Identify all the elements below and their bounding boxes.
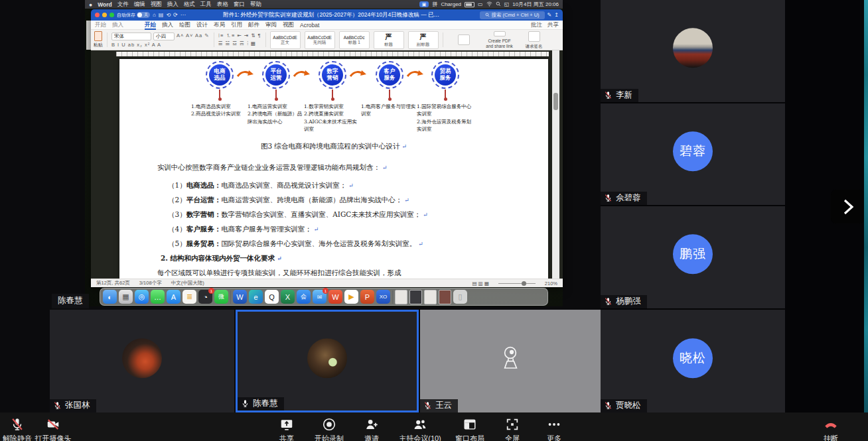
minimized-window-thumbnail[interactable] (409, 290, 422, 304)
menubar-item-help[interactable]: 帮助 (250, 1, 261, 9)
clock-app-icon[interactable]: ◔1 (198, 290, 212, 304)
xo-app-icon[interactable]: XO (376, 290, 390, 304)
mail-icon[interactable]: ✉1 (313, 290, 326, 304)
more-commands-icon[interactable]: ⋯ (181, 12, 186, 18)
wechat-icon[interactable]: 微 (214, 290, 228, 304)
minimized-window-thumbnail[interactable] (395, 290, 407, 304)
next-page-button[interactable] (831, 190, 865, 223)
close-window-button[interactable] (95, 13, 100, 17)
list-icons-row[interactable]: ⁝≡ ⒈≡ ⇤ ⇥ ⇅ ¶ (218, 32, 261, 39)
zoom-window-button[interactable] (109, 13, 114, 17)
menubar-item-insert[interactable]: 插入 (167, 1, 179, 9)
media-app-icon[interactable]: ▶ (344, 290, 358, 304)
tencent-meeting-icon[interactable]: 会 (297, 290, 311, 304)
video-tile-yangpengqiang[interactable]: 鹏强 杨鹏强 (601, 206, 785, 308)
style-pane-button[interactable] (447, 31, 480, 48)
tab-insert[interactable]: 插入 (162, 21, 173, 29)
powerpoint-icon[interactable]: P (360, 290, 374, 304)
comments-button[interactable]: 批注 (531, 21, 542, 29)
menubar-clock[interactable]: 10月4日 周五 20:06 (512, 1, 559, 8)
control-center-icon[interactable]: ◱ (504, 1, 510, 7)
excel-icon[interactable]: X (281, 290, 295, 304)
manage-participants-button[interactable]: 主持会议(10) (390, 417, 450, 441)
autosave-toggle[interactable]: 关 (137, 12, 150, 18)
minimize-window-button[interactable] (102, 13, 107, 17)
zoom-slider[interactable] (498, 283, 536, 284)
display-icon[interactable]: ▭ (478, 1, 483, 7)
tab-draw[interactable]: 绘图 (179, 21, 190, 29)
video-tile-chenchunhui[interactable]: 陈春慧 (236, 310, 419, 412)
language-indicator[interactable]: 中文(中国大陆) (171, 280, 204, 286)
trash-icon[interactable]: ▯ (453, 290, 467, 304)
scrollbar-thumb[interactable] (553, 93, 558, 110)
screen-share-indicator-icon[interactable]: ▣ (419, 1, 429, 7)
spotlight-search-icon[interactable] (496, 1, 501, 8)
align-icons-row[interactable]: ☰ ☱ ☲ ☴ ⫶ ▦ (218, 40, 261, 47)
save-icon[interactable]: ▤ (159, 12, 164, 18)
share-doc-icon[interactable]: ↥ (554, 12, 559, 18)
qq-icon[interactable]: Q (265, 290, 279, 304)
safari-icon[interactable]: ◎ (135, 290, 149, 304)
video-tile-zhangguolin[interactable]: 张国林 (50, 310, 234, 412)
tab-view[interactable]: 视图 (283, 21, 294, 29)
request-signatures-button[interactable]: 请求签名 (519, 31, 549, 48)
document-scrollbar[interactable] (552, 50, 559, 279)
font-tools-icons[interactable]: A˄ A˅ Aa ✎ (177, 32, 210, 40)
menubar-item-edit[interactable]: 编辑 (134, 1, 145, 9)
font-size-select[interactable]: 小四 (153, 32, 175, 40)
apple-menu-icon[interactable]: ● (89, 1, 92, 8)
messages-icon[interactable]: … (151, 290, 165, 304)
undo-icon[interactable]: ⟲ (166, 12, 171, 18)
style-heading1[interactable]: AaBbCcDc 标题 1 (339, 31, 370, 49)
minimized-window-thumbnail[interactable] (424, 290, 437, 304)
pen-icon[interactable]: ✎ (547, 12, 552, 18)
word-search-box[interactable]: 搜索 (Cmd + Ctrl + U) (480, 11, 545, 19)
video-tile-lixin[interactable]: 李新 (601, 0, 785, 102)
word-count[interactable]: 3/108个字 (139, 280, 162, 286)
hangup-button[interactable]: 挂断 (804, 417, 857, 441)
tab-acrobat[interactable]: Acrobat (300, 22, 319, 29)
input-method-icon[interactable]: 拼 (432, 1, 437, 8)
menubar-item-format[interactable]: 格式 (184, 1, 195, 9)
tab-layout[interactable]: 布局 (214, 21, 225, 29)
home-icon[interactable]: ⌂ (153, 12, 156, 18)
menubar-item-view[interactable]: 视图 (151, 1, 162, 9)
video-tile-wangyun[interactable]: 王云 (420, 310, 601, 412)
page-indicator[interactable]: 第12页, 共62页 (96, 280, 130, 286)
start-camera-button[interactable]: 打开摄像头 (21, 417, 85, 441)
tab-references[interactable]: 引用 (231, 21, 242, 29)
font-name-select[interactable]: 宋体 (111, 32, 151, 40)
tab-home[interactable]: 开始 (145, 21, 156, 30)
edge-icon[interactable]: e (249, 290, 263, 304)
zoom-level[interactable]: 210% (545, 281, 557, 286)
menubar-app-word[interactable]: Word (98, 1, 112, 8)
paste-button[interactable]: 粘贴 (94, 31, 103, 48)
redo-icon[interactable]: ⟳ (173, 12, 178, 18)
launchpad-icon[interactable]: ▦ (119, 290, 133, 304)
share-button[interactable]: 共享 (547, 21, 559, 29)
video-tile-jiaxiaosong[interactable]: 晓松 贾晓松 (601, 310, 785, 412)
minimized-window-thumbnail[interactable] (439, 290, 451, 304)
finder-icon[interactable]: ◐ (103, 290, 117, 304)
tab-design[interactable]: 设计 (196, 21, 208, 29)
menubar-item-file[interactable]: 文件 (117, 1, 129, 9)
autosave-control[interactable]: 自动保存 关 (117, 12, 150, 19)
create-pdf-button[interactable]: Create PDF and share link (484, 31, 515, 48)
word-dock-icon[interactable]: W (233, 290, 247, 304)
more-button[interactable]: 更多 (528, 417, 581, 441)
wifi-icon[interactable] (486, 1, 492, 8)
menubar-item-window[interactable]: 窗口 (234, 1, 245, 9)
format-icons-row[interactable]: B I U ab x₂ x² A A (111, 42, 210, 48)
wps-icon[interactable]: W (328, 290, 342, 304)
menubar-item-table[interactable]: 表格 (217, 1, 228, 9)
app-store-icon[interactable]: A (167, 290, 181, 304)
backwindow-tab-insert[interactable]: 插入 (112, 21, 123, 29)
word-page[interactable]: 电商选品 1.电商选品实训室 2.商品视觉设计实训室 平台运营 1.电商运营实训… (119, 59, 548, 279)
tab-mailings[interactable]: 邮件 (248, 21, 259, 29)
reminders-icon[interactable]: ≣ (182, 290, 196, 304)
backwindow-tab-home[interactable]: 开始 (95, 21, 106, 29)
menubar-item-tools[interactable]: 工具 (200, 1, 212, 9)
style-normal[interactable]: AaBbCcDdE 正文 (270, 31, 301, 49)
tab-review[interactable]: 审阅 (265, 21, 277, 29)
style-subtitle[interactable]: 严 副标题 (408, 31, 439, 49)
